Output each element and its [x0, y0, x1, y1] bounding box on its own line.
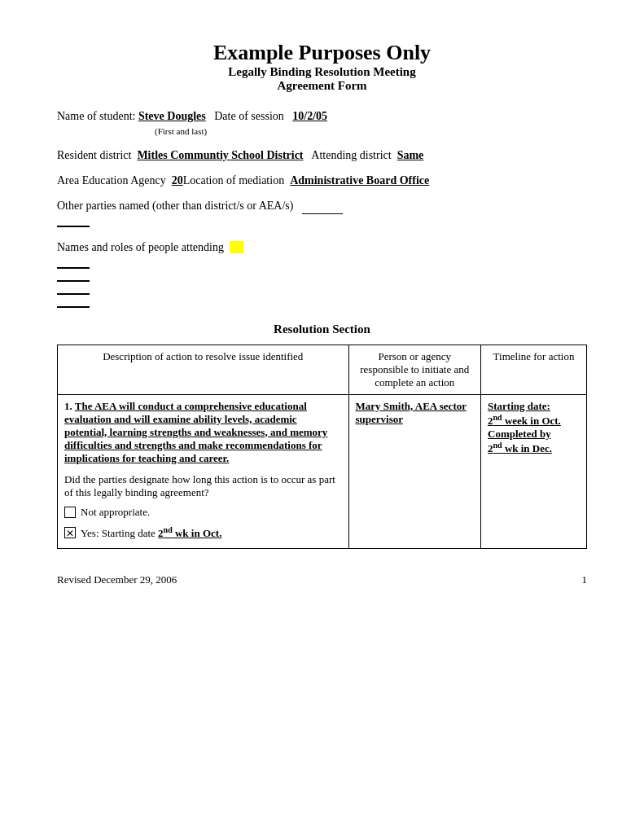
header-col1: Description of action to resolve issue i…: [58, 345, 349, 394]
name-note: (First and last): [155, 125, 587, 138]
action-title-text: The AEA will conduct a comprehensive edu…: [64, 400, 327, 464]
aea-label: Area Education Agency: [57, 174, 166, 187]
separator-line-3: [57, 280, 90, 282]
student-info: Name of student: Steve Dougles Date of s…: [57, 108, 587, 138]
names-roles-line: Names and roles of people attending: [57, 239, 587, 256]
action-number: 1.: [64, 400, 75, 412]
student-label: Name of student:: [57, 110, 135, 122]
resolution-table: Description of action to resolve issue i…: [57, 345, 587, 549]
not-appropriate-label: Not appropriate.: [81, 506, 150, 519]
other-parties-info: Other parties named (other than district…: [57, 197, 587, 214]
separator-line-2: [57, 267, 90, 269]
other-parties-line: Other parties named (other than district…: [57, 197, 587, 214]
timeline-start: Starting date: 2nd week in Oct. Complete…: [488, 400, 561, 455]
action-description-cell: 1. The AEA will conduct a comprehensive …: [58, 394, 349, 548]
yes-row: ✕ Yes: Starting date 2nd wk in Oct.: [64, 525, 342, 540]
person-name: Mary Smith, AEA sector supervisor: [356, 400, 467, 425]
district-info: Resident district Mitles Communtiy Schoo…: [57, 147, 587, 164]
aea-info: Area Education Agency 20Location of medi…: [57, 172, 587, 189]
separator-line-4: [57, 293, 90, 295]
aea-value: 20: [172, 174, 183, 187]
location-value: Administrative Board Office: [290, 174, 429, 187]
student-name-line: Name of student: Steve Dougles Date of s…: [57, 108, 587, 138]
yes-checkbox[interactable]: ✕: [64, 527, 76, 538]
page-number: 1: [582, 573, 588, 586]
date-value: 10/2/05: [292, 110, 327, 122]
table-header-row: Description of action to resolve issue i…: [58, 345, 587, 394]
person-cell: Mary Smith, AEA sector supervisor: [348, 394, 481, 548]
header-col3-text: Timeline for action: [493, 350, 575, 362]
not-appropriate-checkbox[interactable]: [64, 507, 76, 518]
other-parties-label: Other parties named (other than district…: [57, 200, 293, 212]
page-title-section: Example Purposes Only Legally Binding Re…: [57, 41, 587, 93]
revised-date: Revised December 29, 2006: [57, 573, 177, 586]
other-parties-blank: [302, 213, 343, 214]
separator-line-1: [57, 226, 90, 227]
location-label: Location of mediation: [183, 174, 284, 187]
designate-question: Did the parties designate how long this …: [64, 473, 342, 499]
yes-date: 2nd wk in Oct.: [158, 527, 221, 539]
separator-line-5: [57, 306, 90, 308]
attending-district: Same: [397, 149, 424, 161]
subtitle2: Agreement Form: [57, 79, 587, 93]
yes-label: Yes: Starting date 2nd wk in Oct.: [81, 525, 221, 540]
date-label: Date of session: [214, 110, 284, 122]
resident-district-line: Resident district Mitles Communtiy Schoo…: [57, 147, 587, 164]
resident-label: Resident district: [57, 149, 131, 161]
page-footer: Revised December 29, 2006 1: [57, 573, 587, 586]
attending-label: Attending district: [311, 149, 391, 161]
timeline-cell: Starting date: 2nd week in Oct. Complete…: [481, 394, 587, 548]
resolution-heading: Resolution Section: [57, 323, 587, 336]
action-description: 1. The AEA will conduct a comprehensive …: [64, 400, 342, 465]
subtitle1: Legally Binding Resolution Meeting: [57, 65, 587, 79]
aea-line: Area Education Agency 20Location of medi…: [57, 172, 587, 189]
names-roles-label: Names and roles of people attending: [57, 241, 224, 253]
header-col3: Timeline for action: [481, 345, 587, 394]
main-title: Example Purposes Only: [57, 41, 587, 65]
student-name: Steve Dougles: [138, 110, 206, 122]
names-roles-info: Names and roles of people attending: [57, 239, 587, 256]
resident-district: Mitles Communtiy School District: [137, 149, 303, 161]
names-roles-highlight: [230, 241, 244, 253]
not-appropriate-row: Not appropriate.: [64, 506, 342, 519]
table-row: 1. The AEA will conduct a comprehensive …: [58, 394, 587, 548]
header-col2: Person or agency responsible to initiate…: [348, 345, 481, 394]
header-col2-text: Person or agency responsible to initiate…: [360, 350, 469, 388]
